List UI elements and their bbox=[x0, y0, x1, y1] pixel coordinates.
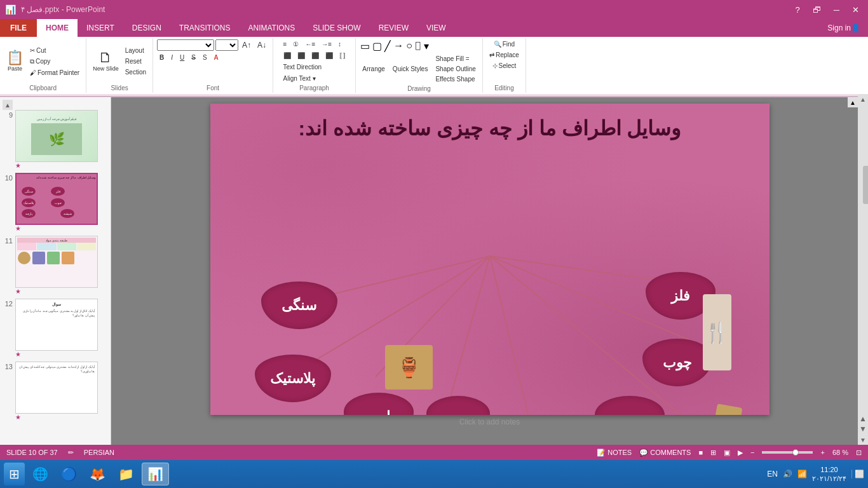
indent-more-button[interactable]: →≡ bbox=[319, 39, 334, 49]
reset-button[interactable]: Reset bbox=[123, 57, 149, 66]
paste-button[interactable]: 📋 Paste bbox=[4, 50, 26, 73]
tab-animations[interactable]: ANIMATIONS bbox=[239, 19, 304, 37]
scroll-up-arrow[interactable]: ▲ bbox=[858, 94, 868, 104]
quick-styles-button[interactable]: Quick Styles bbox=[390, 64, 431, 74]
rect-shape[interactable]: ▭ bbox=[360, 39, 370, 53]
textbox-shape[interactable]: ⌷ bbox=[414, 39, 422, 53]
layout-button[interactable]: Layout bbox=[123, 46, 149, 55]
cloud-choob[interactable]: چوب bbox=[642, 339, 712, 386]
align-justify-button[interactable]: ⬛ bbox=[323, 51, 336, 60]
font-size-up-button[interactable]: A↑ bbox=[240, 39, 254, 51]
shape-fill-button[interactable]: Shape Fill = bbox=[433, 54, 478, 64]
arrange-button[interactable]: Arrange bbox=[360, 64, 388, 74]
slide-10-thumbnail[interactable]: وسایل اطراف ما از چه چیزی ساخته شده اند … bbox=[15, 173, 98, 225]
underline-button[interactable]: U bbox=[177, 53, 187, 62]
strip-scroll-up[interactable]: ▲ bbox=[3, 100, 13, 110]
close-button[interactable]: ✕ bbox=[848, 5, 863, 15]
taskbar-network[interactable]: 📶 bbox=[797, 470, 807, 478]
slide-canvas[interactable]: وسایل اطراف ما از چه چیزی ساخته شده اند:… bbox=[210, 104, 770, 415]
cloud-sanghi[interactable]: سنگی bbox=[261, 281, 337, 329]
shape-effects-button[interactable]: Effects Shape bbox=[433, 74, 478, 84]
notes-button[interactable]: 📝 NOTES bbox=[597, 449, 632, 457]
replace-button[interactable]: ⇄ Replace bbox=[487, 50, 522, 60]
cloud-shishe[interactable]: شیشه bbox=[595, 396, 665, 415]
bullets-button[interactable]: ≡ bbox=[281, 39, 290, 49]
slide-11-thumbnail[interactable]: طبقه بندی مواد bbox=[15, 236, 98, 288]
arrow-shape[interactable]: → bbox=[393, 39, 404, 53]
tab-slideshow[interactable]: SLIDE SHOW bbox=[304, 19, 369, 37]
cloud-parche[interactable]: پارچه bbox=[344, 393, 414, 415]
section-button[interactable]: Section bbox=[123, 67, 149, 77]
photo-fork[interactable]: 🍴 bbox=[703, 294, 731, 370]
copy-button[interactable]: ⧉ Copy bbox=[27, 57, 82, 67]
align-text-button[interactable]: Align Text ▾ bbox=[281, 74, 318, 83]
shadow-button[interactable]: S bbox=[200, 53, 210, 62]
oval-shape[interactable]: ○ bbox=[405, 39, 413, 53]
new-slide-button[interactable]: 🗋 New Slide bbox=[90, 50, 121, 73]
tab-transitions[interactable]: TRANSITIONS bbox=[170, 19, 240, 37]
line-shape[interactable]: ╱ bbox=[384, 39, 391, 53]
find-button[interactable]: 🔍 Find bbox=[491, 39, 517, 49]
show-desktop-button[interactable]: ⬜ bbox=[851, 470, 864, 478]
help-button[interactable]: ? bbox=[792, 5, 804, 15]
slide-thumb-12[interactable]: 12 سوال آیا یک اتاق از اول به مشتری میگو… bbox=[3, 299, 108, 358]
fit-button[interactable]: ⊡ bbox=[856, 449, 862, 457]
taskbar-volume[interactable]: 🔊 bbox=[783, 470, 792, 478]
numbering-button[interactable]: ① bbox=[290, 39, 301, 49]
tab-design[interactable]: DESIGN bbox=[123, 19, 170, 37]
view-normal-button[interactable]: ■ bbox=[698, 449, 703, 456]
view-slideshow-button[interactable]: ▶ bbox=[738, 449, 743, 457]
taskbar-firefox-button[interactable]: 🦊 bbox=[85, 463, 111, 485]
notes-bar[interactable]: Click to add notes bbox=[210, 415, 770, 429]
slide-13-thumbnail[interactable]: آیا یک از اول از ابتدا به مشتری میتوانی … bbox=[15, 362, 98, 414]
tab-view[interactable]: VIEW bbox=[417, 19, 455, 37]
font-family-select[interactable] bbox=[157, 39, 214, 51]
shape-outline-button[interactable]: Shape Outline bbox=[433, 64, 478, 74]
slide-9-thumbnail[interactable]: فیلم آموزش چرخه آب از زمین 🌿 bbox=[15, 110, 98, 162]
next-slide-arrow[interactable]: ▼ bbox=[859, 424, 867, 433]
cloud-plastik[interactable]: پلاستیک bbox=[255, 355, 331, 402]
tab-home[interactable]: HOME bbox=[37, 19, 78, 37]
slide-12-thumbnail[interactable]: سوال آیا یک اتاق از اول به مشتری میگویی … bbox=[15, 299, 98, 351]
taskbar-powerpoint-button[interactable]: 📊 bbox=[142, 463, 169, 485]
font-size-down-button[interactable]: A↓ bbox=[255, 39, 269, 51]
tab-file[interactable]: FILE bbox=[0, 19, 37, 37]
photo-mortar[interactable]: 🏺 bbox=[385, 345, 433, 390]
slide-thumb-9[interactable]: 9 فیلم آموزش چرخه آب از زمین 🌿 ★ bbox=[3, 110, 108, 169]
restore-button[interactable]: 🗗 bbox=[809, 5, 825, 15]
rounded-rect-shape[interactable]: ▢ bbox=[372, 39, 383, 53]
taskbar-clock[interactable]: 11:20 ۲۰۲۱/۱۲/۲۴ bbox=[812, 465, 846, 484]
taskbar-chrome-button[interactable]: 🔵 bbox=[56, 463, 82, 485]
zoom-slider[interactable] bbox=[762, 451, 813, 454]
columns-button[interactable]: ⟦⟧ bbox=[337, 51, 348, 60]
scroll-thumb[interactable] bbox=[863, 166, 868, 204]
view-sorter-button[interactable]: ⊞ bbox=[710, 449, 716, 457]
view-reading-button[interactable]: ▣ bbox=[724, 449, 730, 457]
text-direction-button[interactable]: Text Direction bbox=[281, 62, 325, 72]
format-painter-button[interactable]: 🖌 Format Painter bbox=[27, 68, 82, 78]
slide-thumb-10[interactable]: 10 وسایل اطراف ما از چه چیزی ساخته شده ا… bbox=[3, 173, 108, 232]
slide-thumb-11[interactable]: 11 طبقه بندی مواد bbox=[3, 236, 108, 295]
select-button[interactable]: ⊹ Select bbox=[490, 61, 519, 71]
bold-button[interactable]: B bbox=[157, 53, 166, 62]
photo-stick[interactable]: 🥢 bbox=[707, 403, 742, 415]
tab-insert[interactable]: INSERT bbox=[78, 19, 123, 37]
slide-title[interactable]: وسایل اطراف ما از چه چیزی ساخته شده اند: bbox=[223, 116, 757, 140]
italic-button[interactable]: I bbox=[168, 53, 175, 62]
indent-less-button[interactable]: ←≡ bbox=[302, 39, 318, 49]
comments-button[interactable]: 💬 COMMENTS bbox=[639, 449, 691, 457]
minimize-button[interactable]: ─ bbox=[830, 5, 843, 15]
slide-thumb-13[interactable]: 13 آیا یک از اول از ابتدا به مشتری میتوا… bbox=[3, 362, 108, 421]
start-button[interactable]: ⊞ bbox=[4, 463, 25, 485]
zoom-out-button[interactable]: − bbox=[750, 449, 754, 456]
align-left-button[interactable]: ⬛ bbox=[281, 51, 294, 60]
more-shapes[interactable]: ▾ bbox=[423, 39, 430, 53]
font-color-button[interactable]: A bbox=[212, 53, 221, 62]
line-spacing-button[interactable]: ↕ bbox=[336, 39, 344, 49]
canvas-scroll-up[interactable]: ▲ bbox=[848, 97, 858, 107]
tab-review[interactable]: REVIEW bbox=[370, 19, 417, 37]
font-size-select[interactable] bbox=[215, 39, 238, 51]
align-right-button[interactable]: ⬛ bbox=[309, 51, 322, 60]
cut-button[interactable]: ✂ Cut bbox=[27, 46, 82, 55]
prev-slide-arrow[interactable]: ▲ bbox=[859, 414, 867, 423]
